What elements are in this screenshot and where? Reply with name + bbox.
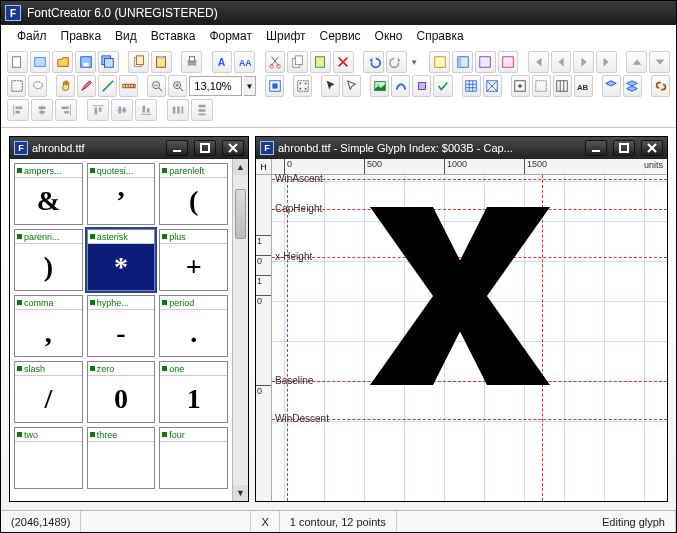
ab-icon[interactable]: AB	[574, 75, 593, 97]
glyph-cell[interactable]: plus+	[159, 229, 228, 291]
glyph-canvas[interactable]: WinAscentCapHeightx-HeightBaselineWinDes…	[272, 175, 667, 501]
guides-toggle-icon[interactable]	[483, 75, 502, 97]
align-left-icon[interactable]	[7, 99, 29, 121]
menu-view[interactable]: Вид	[109, 27, 143, 45]
fit-icon[interactable]	[265, 75, 284, 97]
glyph-cell[interactable]: parenri...)	[14, 229, 83, 291]
panel3-icon[interactable]	[475, 51, 496, 73]
nav-up-icon[interactable]	[626, 51, 647, 73]
nav-down-icon[interactable]	[649, 51, 670, 73]
transform-icon[interactable]	[412, 75, 431, 97]
glyph-cell[interactable]: slash/	[14, 361, 83, 423]
minimize-button[interactable]	[585, 140, 607, 156]
panel1-icon[interactable]	[429, 51, 450, 73]
menu-service[interactable]: Сервис	[314, 27, 367, 45]
scroll-down-icon[interactable]: ▼	[233, 485, 248, 501]
new-icon[interactable]	[7, 51, 28, 73]
zoom-input[interactable]: 13,10%	[189, 76, 242, 96]
contour-tool-icon[interactable]	[391, 75, 410, 97]
menu-help[interactable]: Справка	[411, 27, 470, 45]
glyph-editor-titlebar[interactable]: F ahronbd.ttf - Simple Glyph Index: $003…	[256, 137, 667, 159]
hand-icon[interactable]	[56, 75, 75, 97]
zoom-out-icon[interactable]	[147, 75, 166, 97]
char-a-icon[interactable]: A	[212, 51, 233, 73]
snap2-icon[interactable]	[532, 75, 551, 97]
scroll-thumb[interactable]	[235, 189, 246, 239]
open-icon[interactable]	[52, 51, 73, 73]
select-lasso-icon[interactable]	[28, 75, 47, 97]
nav-last-icon[interactable]	[596, 51, 617, 73]
select-rect-icon[interactable]	[7, 75, 26, 97]
scroll-up-icon[interactable]: ▲	[233, 159, 248, 175]
glyph-cell[interactable]: two	[14, 427, 83, 489]
grid-toggle-icon[interactable]	[462, 75, 481, 97]
validate-icon[interactable]	[433, 75, 452, 97]
save-icon[interactable]	[75, 51, 96, 73]
distribute-v-icon[interactable]	[191, 99, 213, 121]
nav-prev-icon[interactable]	[551, 51, 572, 73]
delete-icon[interactable]	[333, 51, 354, 73]
distribute-h-icon[interactable]	[167, 99, 189, 121]
glyph-cell[interactable]: four	[159, 427, 228, 489]
layers1-icon[interactable]	[602, 75, 621, 97]
paste-icon[interactable]	[151, 51, 172, 73]
node-tool-icon[interactable]	[342, 75, 361, 97]
glyph-cell[interactable]: hyphe...-	[87, 295, 156, 357]
menu-edit[interactable]: Правка	[55, 27, 108, 45]
dropdown-arrow-icon[interactable]: ▼	[409, 52, 420, 72]
menu-insert[interactable]: Вставка	[145, 27, 202, 45]
zoom-dropdown-icon[interactable]: ▼	[244, 76, 256, 96]
group-select-icon[interactable]	[293, 75, 312, 97]
align-bottom-icon[interactable]	[135, 99, 157, 121]
glyph-cell[interactable]: period.	[159, 295, 228, 357]
paste2-icon[interactable]	[310, 51, 331, 73]
menu-window[interactable]: Окно	[369, 27, 409, 45]
nav-first-icon[interactable]	[528, 51, 549, 73]
maximize-button[interactable]	[613, 140, 635, 156]
close-button[interactable]	[222, 140, 244, 156]
glyph-cell[interactable]: three	[87, 427, 156, 489]
glyph-scrollbar[interactable]: ▲ ▼	[232, 159, 248, 501]
align-right-icon[interactable]	[55, 99, 77, 121]
align-center-h-icon[interactable]	[31, 99, 53, 121]
glyph-cell[interactable]: comma,	[14, 295, 83, 357]
nav-next-icon[interactable]	[573, 51, 594, 73]
glyph-cell[interactable]: parenleft(	[159, 163, 228, 225]
glyph-cell[interactable]: zero0	[87, 361, 156, 423]
image-icon[interactable]	[370, 75, 389, 97]
copy2-icon[interactable]	[287, 51, 308, 73]
layers2-icon[interactable]	[623, 75, 642, 97]
copy-icon[interactable]	[128, 51, 149, 73]
align-top-icon[interactable]	[87, 99, 109, 121]
align-middle-icon[interactable]	[111, 99, 133, 121]
panel4-icon[interactable]	[498, 51, 519, 73]
menu-format[interactable]: Формат	[203, 27, 258, 45]
panel2-icon[interactable]	[452, 51, 473, 73]
link-icon[interactable]	[651, 75, 670, 97]
menu-file[interactable]: Файл	[11, 27, 53, 45]
maximize-button[interactable]	[194, 140, 216, 156]
snap1-icon[interactable]	[511, 75, 530, 97]
glyph-cell[interactable]: quotesi...’	[87, 163, 156, 225]
glyph-index-titlebar[interactable]: F ahronbd.ttf	[10, 137, 248, 159]
undo-icon[interactable]	[363, 51, 384, 73]
glyph-editor-canvas-area[interactable]: H units 050010001500 10100 WinAscentCapH…	[256, 159, 667, 501]
cut-icon[interactable]	[265, 51, 286, 73]
glyph-cell[interactable]: ampers...&	[14, 163, 83, 225]
arrow-tool-icon[interactable]	[321, 75, 340, 97]
glyph-cell[interactable]: asterisk*	[87, 229, 156, 291]
menu-font[interactable]: Шрифт	[260, 27, 311, 45]
close-button[interactable]	[641, 140, 663, 156]
pen-icon[interactable]	[77, 75, 96, 97]
zoom-in-icon[interactable]	[168, 75, 187, 97]
glyph-cell[interactable]: one1	[159, 361, 228, 423]
char-aa-icon[interactable]: AA	[234, 51, 255, 73]
measure-icon[interactable]	[119, 75, 138, 97]
print-icon[interactable]	[181, 51, 202, 73]
knife-icon[interactable]	[98, 75, 117, 97]
snap3-icon[interactable]	[553, 75, 572, 97]
redo-icon[interactable]	[386, 51, 407, 73]
minimize-button[interactable]	[166, 140, 188, 156]
new-from-template-icon[interactable]	[30, 51, 51, 73]
save-all-icon[interactable]	[98, 51, 119, 73]
